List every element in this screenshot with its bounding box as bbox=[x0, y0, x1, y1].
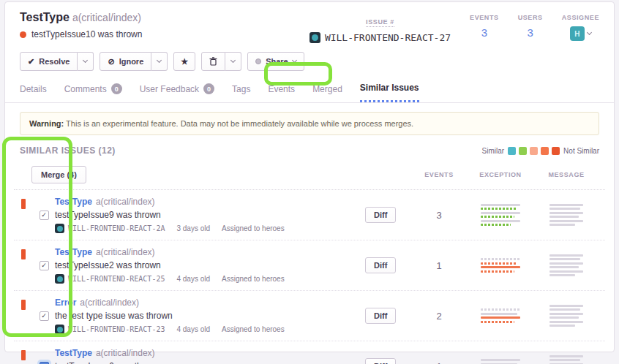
tab-label: Details bbox=[20, 84, 47, 94]
message-similarity-spectrum bbox=[549, 252, 583, 278]
tab-user-feedback[interactable]: User Feedback 0 bbox=[140, 83, 214, 102]
row-issue-link[interactable]: TestType bbox=[55, 348, 92, 358]
issue-short-id: WILL-FRONTEND-REACT-27 bbox=[325, 32, 451, 43]
tab-tags[interactable]: Tags bbox=[232, 83, 250, 102]
resolve-dropdown-button[interactable] bbox=[78, 52, 94, 71]
table-rows: ✓ TestTypea(critical/index) testTypeIssu… bbox=[14, 190, 605, 364]
spectrum-line bbox=[481, 204, 520, 206]
message-column-header: MESSAGE bbox=[535, 171, 598, 178]
row-content: Errora(critical/index) the test type iss… bbox=[55, 297, 365, 334]
trash-icon bbox=[209, 57, 217, 66]
spectrum-line bbox=[481, 316, 520, 319]
resolve-label: Resolve bbox=[39, 57, 70, 66]
diff-button[interactable]: Diff bbox=[365, 358, 396, 364]
diff-button[interactable]: Diff bbox=[365, 308, 396, 324]
row-short-id: WILL-FRONTEND-REACT-2A bbox=[68, 224, 165, 232]
spectrum-line bbox=[481, 266, 520, 268]
delete-dropdown-button[interactable] bbox=[225, 52, 241, 71]
chevron-down-icon bbox=[157, 58, 162, 63]
share-label: Share bbox=[266, 57, 288, 66]
resolve-button[interactable]: ✔ Resolve bbox=[20, 52, 78, 71]
tab-count-badge: 0 bbox=[203, 83, 214, 94]
similar-issue-row: ✓ TestTypea(critical/index) testTypeIssu… bbox=[14, 190, 605, 240]
star-icon: ★ bbox=[181, 58, 188, 66]
tab-label: User Feedback bbox=[140, 84, 199, 94]
tab-label: Comments bbox=[64, 84, 107, 94]
diff-col: Diff bbox=[365, 207, 412, 223]
ignore-button[interactable]: ⊘ Ignore bbox=[100, 52, 151, 71]
merge-button[interactable]: Merge (4) bbox=[31, 166, 86, 183]
row-issue-link[interactable]: TestType bbox=[55, 247, 92, 257]
diff-button[interactable]: Diff bbox=[365, 257, 396, 273]
spectrum-line bbox=[481, 308, 520, 311]
message-similarity-col bbox=[535, 202, 598, 228]
delete-button[interactable] bbox=[201, 52, 225, 71]
stat-events: EVENTS 3 bbox=[470, 14, 499, 43]
users-count[interactable]: 3 bbox=[518, 26, 543, 39]
row-checkbox[interactable]: ✓ bbox=[40, 311, 49, 321]
similar-issues-section-head: SIMILAR ISSUES (12) Similar Not Similar bbox=[20, 145, 599, 156]
issue-culprit: a(critical/index) bbox=[72, 12, 141, 23]
issue-header: TestTypea(critical/index) testTypeIssue1… bbox=[5, 2, 614, 43]
spectrum-line bbox=[549, 204, 583, 206]
issue-subtitle: testTypeIssue10 was thrown bbox=[20, 29, 142, 39]
spectrum-line bbox=[549, 321, 583, 323]
spectrum-line bbox=[549, 270, 583, 273]
spectrum-line bbox=[481, 313, 517, 315]
message-similarity-col bbox=[535, 252, 598, 278]
check-icon: ✔ bbox=[28, 58, 34, 66]
tab-similar-issues[interactable]: Similar Issues bbox=[360, 83, 419, 102]
exception-column-header: EXCEPTION bbox=[466, 171, 535, 178]
diff-col: Diff bbox=[365, 358, 412, 364]
spectrum-line bbox=[549, 216, 579, 218]
checkbox-col: ✓ bbox=[33, 261, 55, 270]
error-level-dot-icon bbox=[20, 31, 26, 38]
tab-comments[interactable]: Comments 0 bbox=[64, 83, 122, 102]
spectrum-line bbox=[481, 220, 520, 222]
diff-button[interactable]: Diff bbox=[365, 207, 396, 223]
row-title-line: TestTypea(critical/index) bbox=[55, 197, 365, 207]
row-checkbox[interactable]: ✓ bbox=[40, 211, 49, 220]
similarity-legend: Similar Not Similar bbox=[482, 147, 599, 155]
row-title-line: TestTypea(critical/index) bbox=[55, 348, 365, 358]
ignore-dropdown-button[interactable] bbox=[151, 52, 168, 71]
message-similarity-spectrum bbox=[549, 303, 583, 329]
row-short-id: WILL-FRONTEND-REACT-23 bbox=[68, 325, 165, 333]
legend-similar-label: Similar bbox=[482, 147, 505, 155]
row-issue-link[interactable]: TestType bbox=[55, 197, 92, 207]
tab-events[interactable]: Events bbox=[268, 83, 295, 102]
users-label: USERS bbox=[518, 14, 543, 21]
spectrum-line bbox=[549, 355, 583, 357]
stat-users: USERS 3 bbox=[518, 14, 543, 43]
tab-merged[interactable]: Merged bbox=[312, 83, 342, 102]
chevron-down-icon bbox=[292, 58, 297, 63]
row-culprit: a(critical/index) bbox=[96, 197, 155, 207]
row-message: testTypeIssue6 was thrown bbox=[55, 361, 365, 364]
row-issue-link[interactable]: Error bbox=[55, 297, 76, 308]
bookmark-star-button[interactable]: ★ bbox=[173, 52, 195, 71]
row-checkbox[interactable]: ✓ bbox=[40, 362, 49, 364]
row-age: 3 days old bbox=[176, 224, 210, 232]
spectrum-line bbox=[549, 313, 583, 315]
diff-col: Diff bbox=[365, 308, 412, 324]
spectrum-line bbox=[481, 359, 520, 361]
events-count[interactable]: 3 bbox=[470, 26, 499, 39]
tab-label: Events bbox=[268, 84, 295, 94]
row-checkbox[interactable]: ✓ bbox=[40, 261, 49, 270]
delete-button-group bbox=[201, 52, 241, 71]
tab-label: Merged bbox=[312, 84, 342, 94]
spectrum-line bbox=[549, 208, 580, 210]
checkbox-col: ✓ bbox=[33, 362, 55, 364]
chevron-down-icon[interactable] bbox=[587, 30, 592, 35]
legend-swatch-icon bbox=[519, 147, 527, 155]
assignee-avatar[interactable]: H bbox=[570, 26, 585, 41]
similar-issue-row: ✓ TestTypea(critical/index) testTypeIssu… bbox=[14, 240, 605, 291]
row-events-count: 1 bbox=[412, 260, 466, 271]
warning-strong: Warning: bbox=[29, 119, 64, 128]
spectrum-line bbox=[549, 224, 575, 226]
legend-swatch-icon bbox=[508, 147, 516, 155]
share-button[interactable]: Share bbox=[247, 52, 304, 71]
error-level-indicator bbox=[21, 199, 26, 209]
assignee-selector[interactable]: H bbox=[562, 26, 599, 41]
tab-details[interactable]: Details bbox=[20, 83, 47, 102]
